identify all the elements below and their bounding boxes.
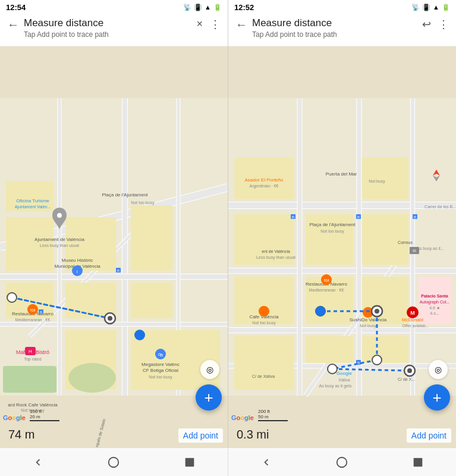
- close-button-left[interactable]: ×: [196, 18, 203, 30]
- svg-text:Not busy: Not busy: [369, 179, 385, 184]
- svg-text:C/ de X...: C/ de X...: [398, 377, 415, 381]
- svg-point-144: [407, 368, 412, 373]
- recent-nav-right[interactable]: [407, 452, 429, 473]
- battery-icon-r: 🔋: [442, 4, 450, 11]
- cast-icon: 📡: [183, 4, 191, 11]
- svg-text:Google: Google: [337, 371, 352, 376]
- svg-text:Megastore Valènc: Megastore Valènc: [141, 362, 180, 367]
- google-logo-left: Google: [3, 414, 26, 421]
- svg-rect-24: [3, 366, 56, 393]
- status-icons-left: 📡 📳 ▲ 🔋: [183, 4, 222, 11]
- svg-point-151: [337, 457, 347, 467]
- distance-label-right: 0.3 mi: [233, 427, 272, 443]
- distance-label-left: 74 m: [5, 427, 38, 443]
- svg-text:Not too busy: Not too busy: [149, 375, 172, 380]
- svg-text:CF Botiga Oficial: CF Botiga Oficial: [143, 368, 178, 373]
- svg-text:Asador El Porteño: Asador El Porteño: [245, 177, 284, 183]
- compass-left[interactable]: ◎: [200, 360, 219, 379]
- svg-point-52: [108, 316, 112, 321]
- svg-point-50: [7, 293, 17, 302]
- svg-rect-90: [362, 336, 408, 363]
- add-point-button-right[interactable]: Add point: [407, 428, 451, 443]
- compass-right[interactable]: ◎: [429, 360, 448, 379]
- recent-nav-left[interactable]: [179, 452, 200, 473]
- svg-text:Ajuntament Valèn...: Ajuntament Valèn...: [15, 205, 51, 209]
- svg-text:Oficina Turisme: Oficina Turisme: [16, 198, 49, 203]
- svg-text:Not too busy: Not too busy: [320, 229, 344, 234]
- cast-icon-r: 📡: [411, 4, 420, 11]
- map-right[interactable]: Palacio Santa Autograph Col... 4.6 ★ 4-s…: [228, 46, 456, 447]
- status-bar-left: 12:54 📡 📳 ▲ 🔋: [0, 0, 228, 13]
- svg-text:C/ de Xàtiva: C/ de Xàtiva: [252, 374, 275, 378]
- svg-text:As busy as it...: As busy as it...: [417, 246, 444, 251]
- svg-text:4-s...: 4-s...: [430, 311, 439, 315]
- back-button-right[interactable]: ←: [235, 18, 247, 32]
- svg-text:Offer availab...: Offer availab...: [402, 324, 429, 328]
- svg-text:🍽: 🍽: [30, 308, 35, 313]
- svg-text:B: B: [117, 269, 119, 273]
- svg-text:Xàtiva: Xàtiva: [338, 378, 350, 382]
- svg-point-60: [57, 213, 62, 218]
- add-point-fab-right[interactable]: +: [424, 384, 450, 411]
- back-nav-left[interactable]: [27, 452, 49, 473]
- right-panel: 12:52 📡 📳 ▲ 🔋 ← Measure distance Tap Add…: [228, 0, 456, 447]
- vibrate-icon: 📳: [194, 4, 202, 11]
- svg-text:Mediterranean · €€: Mediterranean · €€: [15, 318, 51, 322]
- svg-text:B: B: [414, 215, 416, 219]
- svg-rect-19: [131, 205, 172, 271]
- svg-rect-86: [362, 158, 408, 199]
- svg-point-130: [259, 306, 269, 317]
- svg-point-149: [109, 457, 119, 467]
- subtitle-left: Tap Add point to trace path: [24, 30, 191, 39]
- nav-section-right: [228, 448, 456, 476]
- svg-text:🛍: 🛍: [158, 352, 163, 358]
- svg-rect-88: [234, 336, 294, 390]
- svg-text:Museu Històric: Museu Històric: [62, 258, 93, 263]
- svg-text:Less busy than usual: Less busy than usual: [40, 243, 79, 248]
- undo-button-right[interactable]: ↩: [422, 18, 431, 31]
- svg-text:Palacio Santa: Palacio Santa: [421, 294, 448, 298]
- map-left[interactable]: Oficina Turisme Ajuntament Valèn... Plaç…: [0, 46, 228, 447]
- svg-point-140: [316, 306, 325, 316]
- svg-text:✉: ✉: [413, 249, 416, 253]
- status-time-right: 12:52: [234, 3, 254, 12]
- top-bar-left: ← Measure distance Tap Add point to trac…: [0, 13, 228, 46]
- svg-text:B: B: [357, 215, 360, 219]
- home-nav-right[interactable]: [331, 452, 353, 473]
- svg-text:Top rated: Top rated: [24, 357, 41, 362]
- menu-button-right[interactable]: ⋮: [438, 18, 449, 31]
- svg-text:ard Rock Cafe València: ard Rock Cafe València: [8, 402, 58, 408]
- svg-text:B: B: [292, 215, 294, 219]
- svg-point-139: [328, 364, 337, 374]
- title-left: Measure distance: [24, 17, 191, 30]
- status-bar-right: 12:52 📡 📳 ▲ 🔋: [228, 0, 456, 13]
- back-button-left[interactable]: ←: [7, 18, 19, 32]
- add-point-button-left[interactable]: Add point: [178, 428, 223, 443]
- back-nav-right[interactable]: [256, 452, 277, 473]
- nav-section-left: [0, 448, 228, 476]
- svg-text:Plaça de l'Ajuntament: Plaça de l'Ajuntament: [309, 222, 356, 227]
- svg-text:Less busy than usual: Less busy than usual: [256, 255, 295, 260]
- svg-text:Puerta del Mar: Puerta del Mar: [326, 171, 357, 177]
- menu-button-left[interactable]: ⋮: [210, 18, 221, 31]
- svg-rect-89: [306, 336, 353, 363]
- add-point-fab-left[interactable]: +: [196, 384, 222, 411]
- svg-text:Marqués de Sotelo: Marqués de Sotelo: [93, 418, 107, 447]
- svg-text:Not too busy: Not too busy: [131, 201, 155, 205]
- status-time-left: 12:54: [6, 3, 26, 12]
- title-right: Measure distance: [252, 17, 417, 30]
- svg-rect-152: [414, 458, 423, 466]
- svg-point-142: [375, 309, 379, 314]
- left-panel: 12:54 📡 📳 ▲ 🔋 ← Measure distance Tap Add…: [0, 0, 228, 447]
- svg-text:Not busy: Not busy: [360, 324, 376, 328]
- home-nav-left[interactable]: [103, 452, 124, 473]
- svg-rect-150: [185, 458, 194, 466]
- status-icons-right: 📡 📳 ▲ 🔋: [411, 4, 450, 11]
- scale-bar-right: 200 ft 50 m: [258, 409, 288, 421]
- svg-text:🍽: 🍽: [324, 278, 329, 283]
- svg-text:ent de València: ent de València: [262, 249, 290, 253]
- svg-point-53: [134, 330, 145, 340]
- svg-text:Mediterranean · €€: Mediterranean · €€: [309, 288, 344, 292]
- svg-text:i: i: [77, 269, 78, 274]
- svg-text:Plaça de l'Ajuntament: Plaça de l'Ajuntament: [102, 192, 148, 198]
